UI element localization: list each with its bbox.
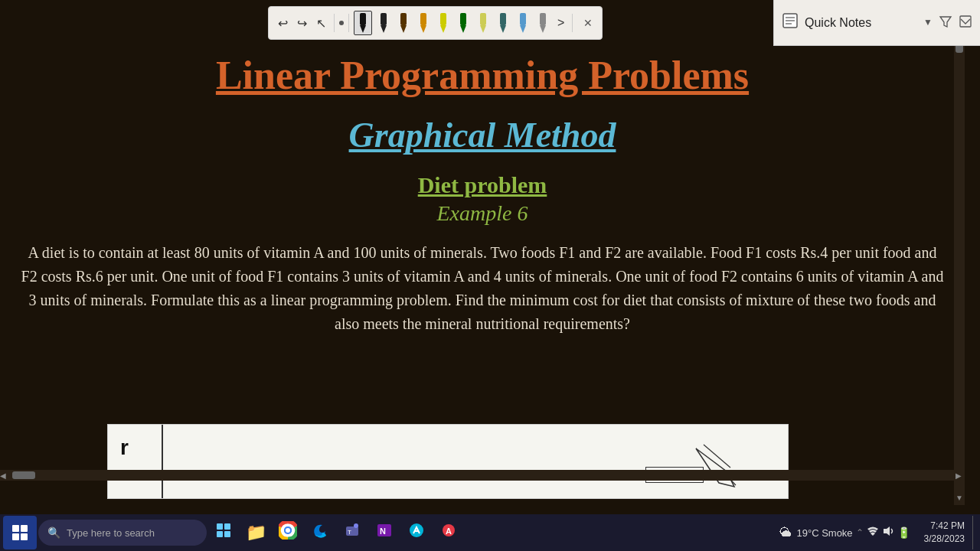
redo-button[interactable]: ↪ <box>294 15 310 32</box>
show-hidden-icons[interactable]: ⌃ <box>856 527 864 539</box>
scroll-right-icon[interactable]: ▶ <box>956 471 962 480</box>
file-explorer-icon: 📁 <box>246 523 266 543</box>
scrollbar-bottom[interactable]: ◀ ▶ <box>0 470 965 481</box>
svg-rect-16 <box>460 13 466 25</box>
slide-content: Linear Programming Problems Graphical Me… <box>0 0 965 505</box>
scroll-down-icon[interactable]: ▼ <box>956 494 963 502</box>
app2-icon: A <box>440 522 457 543</box>
quick-notes-chevron-icon[interactable]: ▼ <box>923 17 933 28</box>
svg-marker-17 <box>460 25 466 33</box>
pen-green-button[interactable] <box>455 11 472 34</box>
scrollbar-right[interactable]: ▲ ▼ <box>954 0 965 505</box>
taskbar-search-bar[interactable]: 🔍 Type here to search <box>38 520 207 546</box>
network-icon[interactable] <box>867 525 879 540</box>
task-view-button[interactable] <box>208 516 239 549</box>
weather-text: 19°C Smoke <box>796 527 852 539</box>
svg-rect-29 <box>224 531 230 537</box>
taskbar-search-text: Type here to search <box>67 527 155 539</box>
svg-rect-27 <box>224 523 230 530</box>
filter-icon[interactable] <box>939 15 952 31</box>
pen-blue-button[interactable] <box>514 11 531 34</box>
scroll-left-icon[interactable]: ◀ <box>0 471 6 480</box>
svg-rect-10 <box>400 13 407 25</box>
system-tray: 🌥 19°C Smoke ⌃ 🔋 <box>773 525 916 540</box>
svg-rect-8 <box>381 13 387 25</box>
undo-button[interactable]: ↩ <box>275 15 291 32</box>
app1-button[interactable] <box>401 516 432 549</box>
file-explorer-button[interactable]: 📁 <box>240 516 271 549</box>
cursor-icon: ↖ <box>316 16 326 31</box>
svg-marker-9 <box>381 25 387 33</box>
svg-rect-12 <box>420 13 426 25</box>
svg-text:T: T <box>348 529 351 536</box>
quick-notes-label[interactable]: Quick Notes <box>805 16 917 30</box>
chrome-icon <box>279 521 297 544</box>
problem-description: A diet is to contain at least 80 units o… <box>8 241 957 336</box>
graph-letter: r <box>120 435 129 460</box>
svg-marker-25 <box>540 25 546 33</box>
svg-point-33 <box>286 528 290 533</box>
svg-marker-43 <box>884 527 890 536</box>
show-desktop-button[interactable] <box>972 516 977 549</box>
edge-icon <box>312 522 328 543</box>
clock-time: 7:42 PM <box>930 520 965 533</box>
pen-black-button[interactable] <box>354 11 372 35</box>
svg-point-36 <box>354 523 358 528</box>
pen-teal-button[interactable] <box>495 11 511 34</box>
svg-text:A: A <box>446 527 452 536</box>
svg-rect-20 <box>500 13 506 25</box>
weather-icon: 🌥 <box>779 526 792 540</box>
svg-marker-4 <box>940 17 951 27</box>
system-clock[interactable]: 7:42 PM 3/28/2023 <box>918 520 971 546</box>
chrome-button[interactable] <box>273 516 303 549</box>
svg-marker-23 <box>520 25 526 33</box>
separator-2 <box>348 14 349 32</box>
pen-yellow-button[interactable] <box>435 11 452 34</box>
edge-button[interactable] <box>305 516 335 549</box>
cursor-button[interactable]: ↖ <box>313 15 329 32</box>
taskbar: 🔍 Type here to search 📁 <box>0 514 980 551</box>
taskbar-search-icon: 🔍 <box>47 527 60 540</box>
svg-marker-15 <box>440 25 446 33</box>
more-pens-button[interactable]: > <box>554 15 567 31</box>
svg-rect-24 <box>540 13 546 25</box>
graph-content: r Page No. <box>108 425 788 498</box>
quick-notes-bar: Quick Notes ▼ <box>773 0 980 46</box>
toolbar-close-button[interactable]: ✕ <box>580 15 596 31</box>
pen-dot-indicator <box>339 21 344 25</box>
diet-problem-title: Diet problem <box>0 172 965 198</box>
svg-marker-21 <box>500 25 506 33</box>
scrollbar-bottom-thumb[interactable] <box>12 471 35 479</box>
pen-lightyellow-button[interactable] <box>475 11 492 34</box>
app2-button[interactable]: A <box>433 516 464 549</box>
expand-icon[interactable] <box>959 15 972 31</box>
example-label: Example 6 <box>0 201 965 226</box>
svg-rect-18 <box>480 13 486 25</box>
svg-rect-22 <box>520 13 526 25</box>
svg-rect-6 <box>360 13 366 25</box>
svg-marker-13 <box>420 25 426 33</box>
pen-brown-button[interactable] <box>395 11 412 34</box>
pen-stroke-decoration <box>681 441 742 494</box>
app1-icon <box>408 522 425 543</box>
onenote-button[interactable]: N <box>369 516 400 549</box>
drawing-toolbar: ↩ ↪ ↖ <box>268 6 603 40</box>
teams-button[interactable]: T <box>337 516 368 549</box>
pen-dark-button[interactable] <box>375 11 392 34</box>
slide-subtitle: Graphical Method <box>0 115 965 155</box>
clock-date: 3/28/2023 <box>924 533 965 546</box>
svg-rect-5 <box>960 16 971 27</box>
svg-rect-14 <box>440 13 446 25</box>
volume-icon[interactable] <box>882 525 894 540</box>
svg-marker-11 <box>400 25 407 33</box>
quick-notes-icon <box>782 12 799 33</box>
slide-title: Linear Programming Problems <box>0 52 965 99</box>
onenote-icon: N <box>376 522 393 543</box>
tray-icons: 🌥 19°C Smoke <box>779 526 852 540</box>
svg-text:N: N <box>380 527 386 536</box>
start-button[interactable] <box>3 516 37 549</box>
pen-orange-button[interactable] <box>415 11 432 34</box>
pen-gray-button[interactable] <box>534 11 551 34</box>
svg-marker-7 <box>360 25 366 33</box>
task-view-icon <box>216 523 231 543</box>
